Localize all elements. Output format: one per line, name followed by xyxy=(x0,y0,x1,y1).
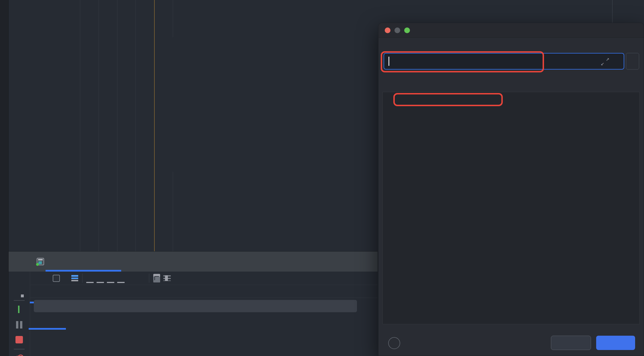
layout-settings-button[interactable] xyxy=(162,272,172,284)
frames-threads-tabs xyxy=(30,285,378,298)
zoom-window-icon[interactable] xyxy=(404,27,410,33)
step-out-button[interactable] xyxy=(116,272,126,284)
indent-guide xyxy=(173,172,173,251)
tab-console[interactable] xyxy=(53,275,63,282)
thread-selector-row xyxy=(30,298,378,314)
force-step-into-button[interactable] xyxy=(105,272,116,284)
indent-guide xyxy=(80,0,80,251)
indent-guide-active xyxy=(154,0,155,251)
debug-header xyxy=(9,252,378,272)
indent-guide xyxy=(173,0,173,37)
expression-history-dropdown[interactable] xyxy=(626,53,639,70)
thread-dropdown[interactable] xyxy=(34,300,357,312)
resume-button[interactable] xyxy=(14,304,24,315)
debug-panel xyxy=(9,251,378,356)
expression-row xyxy=(384,53,639,70)
evaluate-expression-button[interactable] xyxy=(152,272,162,284)
console-icon xyxy=(53,275,60,282)
tool-window-stripe xyxy=(0,0,9,356)
divider xyxy=(82,274,83,283)
debug-left-toolbar xyxy=(9,272,30,356)
show-execution-point-button[interactable] xyxy=(70,272,80,284)
pause-button[interactable] xyxy=(14,320,24,330)
expression-input[interactable] xyxy=(384,53,624,70)
divider xyxy=(149,274,149,283)
rerun-button[interactable] xyxy=(14,288,24,298)
stop-button[interactable] xyxy=(14,335,24,345)
result-tree[interactable] xyxy=(382,92,640,324)
ide-window xyxy=(0,0,644,356)
evaluate-dialog xyxy=(378,23,644,356)
divider xyxy=(14,349,25,349)
evaluate-button[interactable] xyxy=(596,336,635,350)
indent-guide xyxy=(117,0,117,251)
indent-guide xyxy=(136,0,136,251)
frames-list[interactable] xyxy=(30,314,378,356)
step-into-button[interactable] xyxy=(95,272,105,284)
indent-guide xyxy=(99,0,99,251)
drop-frame-button[interactable] xyxy=(126,272,136,284)
help-button[interactable] xyxy=(388,337,400,349)
divider xyxy=(14,300,25,301)
dialog-titlebar xyxy=(378,23,644,38)
expand-editor-icon[interactable] xyxy=(601,57,609,66)
close-window-icon[interactable] xyxy=(385,27,390,33)
debug-console-icon xyxy=(37,258,44,265)
minimize-window-icon[interactable] xyxy=(394,27,400,33)
debug-toolbar xyxy=(30,272,378,285)
step-over-button[interactable] xyxy=(85,272,95,284)
run-to-cursor-button[interactable] xyxy=(136,272,147,284)
close-button[interactable] xyxy=(551,336,591,350)
session-tab-tomcatmain[interactable] xyxy=(34,252,56,272)
running-dot-icon xyxy=(36,263,39,266)
text-caret xyxy=(388,57,389,66)
view-breakpoints-button[interactable] xyxy=(14,354,24,356)
